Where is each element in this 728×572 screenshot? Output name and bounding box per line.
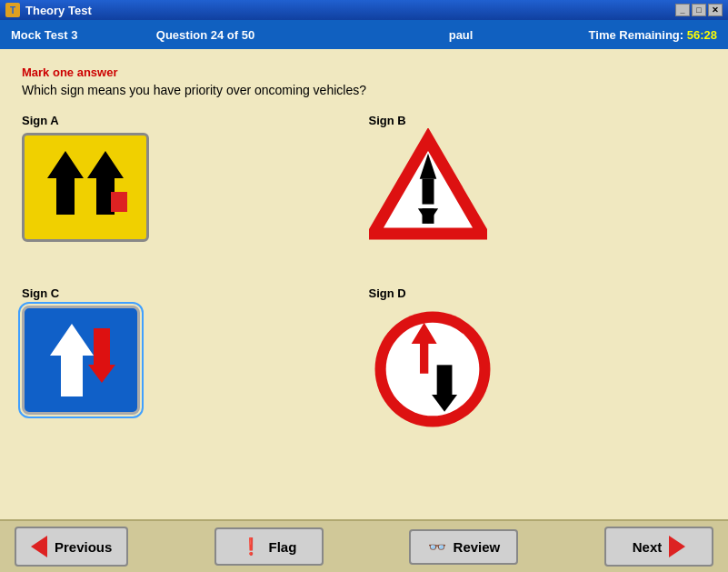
next-arrow-icon bbox=[669, 536, 685, 557]
signs-grid: Sign A Sign B bbox=[22, 114, 706, 450]
close-button[interactable]: ✕ bbox=[708, 4, 723, 16]
question-text: Which sign means you have priority over … bbox=[22, 83, 706, 97]
svg-rect-9 bbox=[94, 328, 110, 369]
sign-a-visual bbox=[22, 133, 149, 242]
sign-c-image[interactable] bbox=[22, 306, 140, 415]
svg-rect-5 bbox=[422, 179, 434, 205]
question-info: Question 24 of 50 bbox=[77, 28, 333, 42]
sign-d-image[interactable] bbox=[369, 306, 496, 433]
svg-marker-10 bbox=[88, 365, 115, 383]
title-bar: T Theory Test _ □ ✕ bbox=[0, 0, 728, 20]
mark-instruction: Mark one answer bbox=[22, 65, 706, 79]
time-value: 56:28 bbox=[687, 28, 717, 42]
svg-marker-0 bbox=[47, 151, 84, 215]
previous-button[interactable]: Previous bbox=[15, 527, 128, 567]
test-name: Mock Test 3 bbox=[11, 28, 77, 42]
header-bar: Mock Test 3 Question 24 of 50 paul Time … bbox=[0, 20, 728, 49]
review-icon: 👓 bbox=[428, 538, 446, 556]
sign-b-image[interactable] bbox=[369, 133, 487, 242]
review-button[interactable]: 👓 Review bbox=[409, 529, 518, 565]
sign-b-visual bbox=[369, 133, 487, 242]
user-name: paul bbox=[334, 28, 589, 42]
app-icon: T bbox=[5, 3, 20, 17]
sign-d-cell: Sign D bbox=[369, 286, 707, 450]
sign-b-cell: Sign B bbox=[369, 114, 707, 277]
next-button[interactable]: Next bbox=[604, 527, 713, 567]
previous-arrow-icon bbox=[31, 536, 47, 557]
previous-label: Previous bbox=[55, 539, 112, 555]
next-label: Next bbox=[633, 539, 663, 555]
maximize-button[interactable]: □ bbox=[692, 4, 706, 16]
app-title: Theory Test bbox=[25, 4, 92, 17]
svg-rect-2 bbox=[111, 192, 127, 212]
bottom-bar: Previous ❗ Flag 👓 Review Next bbox=[0, 519, 728, 572]
sign-a-image[interactable] bbox=[22, 133, 149, 242]
time-label: Time Remaining: bbox=[589, 28, 684, 42]
flag-label: Flag bbox=[268, 539, 296, 555]
sign-a-cell: Sign A bbox=[22, 114, 360, 277]
svg-rect-14 bbox=[436, 365, 452, 398]
svg-point-12 bbox=[385, 323, 479, 416]
sign-c-cell: Sign C bbox=[22, 286, 360, 450]
timer: Time Remaining: 56:28 bbox=[589, 28, 717, 42]
sign-a-label: Sign A bbox=[22, 114, 59, 127]
flag-button[interactable]: ❗ Flag bbox=[214, 527, 324, 566]
sign-c-visual bbox=[22, 306, 140, 415]
main-content: Mark one answer Which sign means you hav… bbox=[0, 49, 728, 517]
svg-marker-8 bbox=[50, 324, 94, 396]
sign-c-label: Sign C bbox=[22, 286, 59, 300]
flag-icon: ❗ bbox=[241, 537, 261, 557]
sign-d-label: Sign D bbox=[369, 286, 406, 300]
sign-d-visual bbox=[369, 306, 496, 433]
minimize-button[interactable]: _ bbox=[675, 4, 690, 16]
sign-b-label: Sign B bbox=[369, 114, 406, 127]
review-label: Review bbox=[454, 539, 501, 555]
window-controls: _ □ ✕ bbox=[675, 4, 723, 16]
